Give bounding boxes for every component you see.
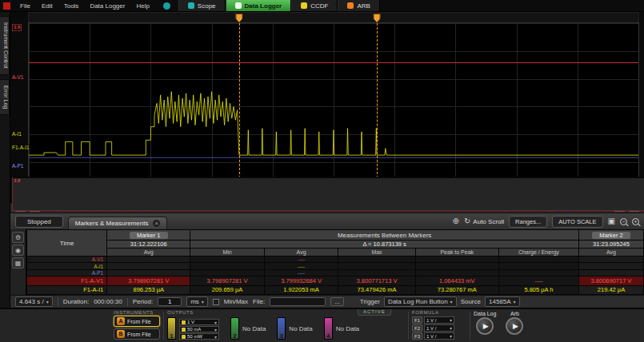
run-list: Data Log▶Arb▶ bbox=[474, 310, 544, 335]
minmax-checkbox[interactable] bbox=[213, 299, 219, 305]
output-channel-1: 11 V▾50 mA▾50 mW▾ bbox=[167, 317, 219, 340]
arb-icon bbox=[347, 2, 354, 9]
cell bbox=[498, 256, 578, 263]
trigger-group: Trigger Data Log Run Button ▾ Source 145… bbox=[360, 296, 520, 307]
formula-value-dropdown[interactable]: 1 V /▾ bbox=[424, 316, 454, 324]
arb-play-button[interactable]: ▶ bbox=[506, 317, 523, 335]
trigger-dropdown[interactable]: Data Log Run Button ▾ bbox=[384, 296, 457, 307]
chevron-down-icon: ▾ bbox=[450, 299, 453, 304]
period-unit-dropdown[interactable]: ms ▾ bbox=[186, 296, 208, 307]
time-column-header[interactable]: Time bbox=[27, 230, 107, 256]
marker1-header[interactable]: Marker 1 bbox=[107, 230, 190, 241]
chevron-down-icon: ▾ bbox=[214, 334, 217, 340]
instrument-b-button[interactable]: BFrom File bbox=[114, 328, 160, 340]
col-min: Min bbox=[190, 249, 265, 256]
formula-f3: F31 V /▾ bbox=[412, 332, 466, 340]
source-dropdown[interactable]: 14585A ▾ bbox=[485, 296, 520, 307]
output-1-bar[interactable]: 1 bbox=[167, 317, 176, 340]
output-3-bar[interactable]: 3 bbox=[277, 317, 286, 340]
menu-item-file[interactable]: File bbox=[14, 2, 36, 10]
marker2-handle-icon[interactable] bbox=[374, 14, 381, 22]
close-icon[interactable]: × bbox=[153, 220, 160, 227]
cell: ---- bbox=[264, 263, 338, 269]
row-label: A-I1 bbox=[27, 263, 107, 269]
menu-item-edit[interactable]: Edit bbox=[36, 2, 58, 10]
sidebar-tab-instrument-control[interactable]: Instrument Control bbox=[0, 16, 10, 75]
formula-value-dropdown[interactable]: 1 V /▾ bbox=[424, 324, 454, 332]
data-logger-icon bbox=[235, 2, 242, 9]
instrument-label: From File bbox=[127, 319, 151, 324]
data-log-play-button[interactable]: ▶ bbox=[476, 317, 494, 335]
menu-item-data-logger[interactable]: Data Logger bbox=[84, 2, 130, 10]
formula-f2-badge[interactable]: F2 bbox=[412, 324, 422, 332]
table-row-a-v1[interactable]: A-V1---- bbox=[27, 256, 644, 263]
setting-value: 1 V bbox=[187, 320, 213, 324]
zoom-out-icon[interactable]: − bbox=[620, 218, 627, 225]
row-label: F1-A-I1 bbox=[27, 285, 107, 295]
tab-markers-measurements[interactable]: Markers & Measurements × bbox=[68, 217, 168, 229]
cell bbox=[107, 263, 190, 269]
stopped-button[interactable]: Stopped bbox=[15, 216, 63, 228]
output-1-settings: 1 V▾50 mA▾50 mW▾ bbox=[179, 319, 219, 340]
ranges-button[interactable]: Ranges... bbox=[509, 216, 547, 228]
tools-icon[interactable]: ⚙ bbox=[12, 232, 24, 243]
top-tab-data-logger[interactable]: Data Logger bbox=[226, 0, 292, 11]
table-row-a-i1[interactable]: A-I1---- bbox=[27, 263, 644, 269]
camera-icon[interactable]: ◉ bbox=[12, 245, 24, 256]
timescale-value: 4.643 s / bbox=[19, 298, 44, 305]
cell: 209.659 µA bbox=[190, 285, 265, 295]
plot[interactable] bbox=[28, 22, 639, 191]
table-row-f1-a-i1[interactable]: F1-A-I1896.253 µA209.659 µA1.922053 mA73… bbox=[27, 285, 644, 295]
output-setting-dropdown[interactable]: 50 mA▾ bbox=[179, 326, 219, 332]
menu-item-tools[interactable]: Tools bbox=[58, 2, 85, 10]
table-row-f1-a-v1[interactable]: F1-A-V13.798907281 V3.798907281 V3.79993… bbox=[27, 276, 644, 285]
grid-view-icon[interactable]: ▦ bbox=[12, 257, 24, 268]
top-tab-ccdf[interactable]: CCDF bbox=[291, 0, 338, 11]
output-2-bar[interactable]: 2 bbox=[230, 317, 239, 340]
auto-scale-button[interactable]: AUTO SCALE bbox=[552, 216, 602, 228]
marker-strip bbox=[28, 12, 639, 22]
marker2-header[interactable]: Marker 2 bbox=[579, 230, 644, 241]
marker1-line[interactable] bbox=[239, 23, 240, 190]
channel-label-a-v1[interactable]: A-V1 bbox=[11, 74, 24, 80]
bottom-panel: ACTIVE INSTRUMENTS AFrom FileBFrom File … bbox=[0, 308, 644, 342]
minmax-label: Min/Max bbox=[224, 298, 248, 305]
output-4-bar[interactable]: 4 bbox=[324, 317, 333, 340]
cell: 73.280767 mA bbox=[415, 285, 498, 295]
zoom-in-icon[interactable]: + bbox=[632, 218, 639, 225]
file-input[interactable] bbox=[270, 297, 326, 306]
auto-scroll-button[interactable]: ↻ Auto Scroll bbox=[464, 217, 504, 225]
instrument-a-button[interactable]: AFrom File bbox=[114, 316, 160, 327]
marker2-line[interactable] bbox=[377, 23, 378, 190]
channel-color-icon bbox=[182, 328, 186, 332]
marker1-handle-icon[interactable] bbox=[235, 14, 242, 22]
formula-value-dropdown[interactable]: 1 V /▾ bbox=[424, 332, 454, 340]
snapshot-icon[interactable]: ▣ bbox=[608, 217, 615, 225]
separator bbox=[58, 298, 58, 306]
trigger-value: Data Log Run Button bbox=[388, 298, 448, 305]
cell bbox=[107, 256, 190, 263]
formula-f3-badge[interactable]: F3 bbox=[412, 332, 422, 340]
active-tab[interactable]: ACTIVE bbox=[358, 309, 391, 316]
output-setting-dropdown[interactable]: 1 V▾ bbox=[179, 319, 219, 325]
cell bbox=[415, 256, 498, 263]
output-setting-dropdown[interactable]: 50 mW▾ bbox=[179, 333, 219, 340]
crosshair-icon[interactable]: ⊕ bbox=[453, 217, 459, 225]
scope-icon bbox=[188, 2, 194, 9]
top-tab-arb[interactable]: ARB bbox=[338, 0, 379, 11]
chevron-down-icon: ▾ bbox=[46, 299, 49, 304]
formula-f1-badge[interactable]: F1 bbox=[412, 316, 422, 324]
table-row-a-p1[interactable]: A-P1---- bbox=[27, 269, 644, 276]
top-tab-scope[interactable]: Scope bbox=[178, 0, 226, 11]
timescale-dropdown[interactable]: 4.643 s / ▾ bbox=[15, 296, 53, 307]
cell: 3.800771713 V bbox=[338, 276, 415, 285]
period-input[interactable]: 1 bbox=[158, 297, 182, 306]
setting-value: 50 mA bbox=[187, 327, 213, 332]
menu-item-help[interactable]: Help bbox=[130, 2, 154, 10]
channel-label-a-i1[interactable]: A-I1 bbox=[11, 131, 22, 137]
chevron-down-icon: ▾ bbox=[214, 327, 217, 332]
browse-button[interactable]: ... bbox=[330, 297, 344, 306]
channel-label-a-p1[interactable]: A-P1 bbox=[11, 163, 24, 169]
sidebar-tab-error-log[interactable]: Error Log bbox=[0, 79, 10, 115]
channel-label-f1-a-i1[interactable]: F1-A-I1 bbox=[11, 145, 30, 150]
